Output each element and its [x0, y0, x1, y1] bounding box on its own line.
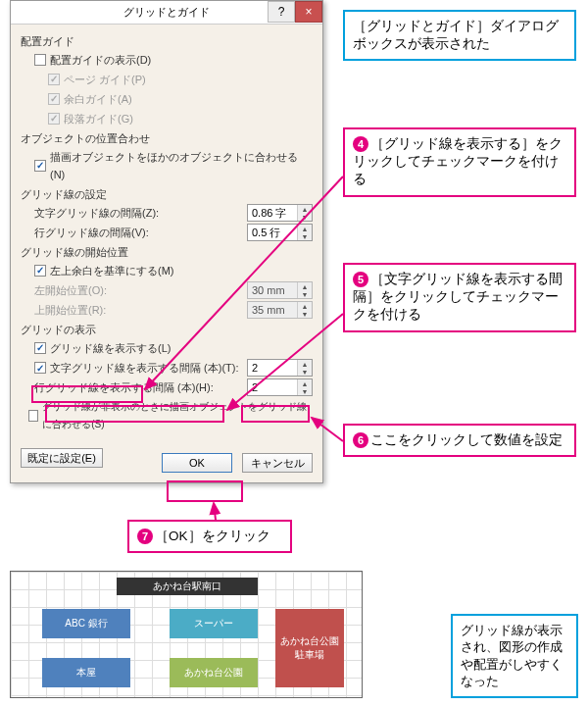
line-grid-show-up[interactable]: ▲ — [298, 379, 312, 387]
line-grid-spacing-down[interactable]: ▼ — [298, 232, 312, 240]
line-grid-show-label: 行グリッド線を表示する間隔 (本)(H): — [34, 380, 214, 395]
show-align-guides-checkbox[interactable] — [34, 54, 46, 66]
top-start-input: ▲▼ — [247, 301, 313, 319]
show-grid-checkbox[interactable] — [34, 342, 46, 354]
highlight-ok — [167, 480, 243, 502]
char-grid-spacing-up[interactable]: ▲ — [298, 205, 312, 213]
page-guide-checkbox — [48, 74, 60, 85]
svg-line-3 — [214, 503, 216, 520]
callout-7: 7［OK］をクリック — [127, 520, 292, 553]
section-align-guides: 配置ガイド — [21, 34, 313, 49]
char-grid-show-label: 文字グリッド線を表示する間隔 (本)(T): — [50, 361, 238, 376]
section-grid-start: グリッド線の開始位置 — [21, 245, 313, 260]
left-start-label: 左開始位置(O): — [34, 283, 107, 298]
char-grid-spacing-down[interactable]: ▼ — [298, 213, 312, 221]
shape-park: あかね台公園 — [170, 658, 258, 687]
step-4-num: 4 — [353, 136, 368, 152]
char-grid-show-down[interactable]: ▼ — [298, 368, 312, 376]
step-7-num: 7 — [137, 529, 153, 544]
dialog-title: グリッドとガイド — [123, 5, 210, 20]
line-grid-show-down[interactable]: ▼ — [298, 387, 312, 395]
snap-hidden-label: グリッド線が非表示のときに描画オブジェクトをグリッド線に合わせる(S) — [42, 398, 313, 433]
set-default-button[interactable]: 既定に設定(E) — [21, 448, 103, 468]
page-canvas-preview: あかね台駅南口 ABC 銀行 スーパー 本屋 あかね台公園 あかね台公園駐車場 — [10, 571, 363, 698]
line-grid-spacing-label: 行グリッド線の間隔(V): — [34, 226, 149, 240]
use-margin-label: 左上余白を基準にする(M) — [50, 262, 174, 279]
top-start-label: 上開始位置(R): — [34, 303, 106, 318]
char-grid-show-input[interactable]: ▲▼ — [247, 359, 313, 377]
paragraph-guide-label: 段落ガイド(G) — [64, 110, 133, 127]
callout-grid-shown: グリッド線が表示され、図形の作成や配置がしやすくなった — [451, 614, 578, 698]
char-grid-spacing-label: 文字グリッド線の間隔(Z): — [34, 206, 159, 221]
snap-others-label: 描画オブジェクトをほかのオブジェクトに合わせる(N) — [50, 148, 313, 183]
step-5-num: 5 — [353, 272, 368, 287]
show-grid-label: グリッド線を表示する(L) — [50, 339, 171, 357]
paragraph-guide-checkbox — [48, 113, 60, 125]
shape-station: あかね台駅南口 — [117, 578, 258, 595]
char-grid-spacing-input[interactable]: ▲▼ — [247, 204, 313, 222]
top-start-down: ▼ — [298, 310, 312, 318]
line-grid-spacing-up[interactable]: ▲ — [298, 225, 312, 232]
show-align-guides-label: 配置ガイドの表示(D) — [50, 51, 151, 69]
callout-4-text: ［グリッド線を表示する］をクリックしてチェックマークを付ける — [353, 136, 563, 186]
snap-hidden-checkbox[interactable] — [28, 410, 38, 422]
shape-abc-bank: ABC 銀行 — [42, 609, 130, 638]
section-grid-settings: グリッド線の設定 — [21, 187, 313, 202]
page-guide-label: ページ ガイド(P) — [64, 71, 146, 88]
ok-button[interactable]: OK — [162, 453, 232, 473]
margin-guide-label: 余白ガイド(A) — [64, 90, 132, 108]
char-grid-show-checkbox[interactable] — [34, 362, 46, 374]
line-grid-spacing-input[interactable]: ▲▼ — [247, 224, 313, 241]
top-start-up: ▲ — [298, 302, 312, 310]
left-start-up: ▲ — [298, 282, 312, 290]
left-start-down: ▼ — [298, 290, 312, 298]
dialog-titlebar: グリッドとガイド ? × — [11, 1, 322, 25]
shape-super: スーパー — [170, 609, 258, 638]
cancel-button[interactable]: キャンセル — [242, 453, 313, 473]
left-start-input: ▲▼ — [247, 281, 313, 299]
use-margin-checkbox[interactable] — [34, 265, 46, 277]
margin-guide-checkbox — [48, 93, 60, 105]
callout-dialog-shown: ［グリッドとガイド］ダイアログボックスが表示された — [343, 10, 576, 61]
close-button[interactable]: × — [295, 1, 322, 23]
callout-5-text: ［文字グリッド線を表示する間隔］をクリックしてチェックマークを付ける — [353, 272, 563, 322]
section-object-align: オブジェクトの位置合わせ — [21, 131, 313, 146]
shape-parking: あかね台公園駐車場 — [275, 609, 344, 687]
snap-others-checkbox[interactable] — [34, 160, 46, 172]
step-6-num: 6 — [353, 432, 368, 448]
grid-guide-dialog: グリッドとガイド ? × 配置ガイド 配置ガイドの表示(D) ページ ガイド(P… — [10, 0, 323, 483]
section-grid-show: グリッドの表示 — [21, 323, 313, 337]
line-grid-show-input[interactable]: ▲▼ — [247, 378, 313, 396]
help-button[interactable]: ? — [268, 1, 295, 23]
callout-6: 6ここをクリックして数値を設定 — [343, 424, 576, 457]
callout-4: 4［グリッド線を表示する］をクリックしてチェックマークを付ける — [343, 127, 576, 197]
shape-bookstore: 本屋 — [42, 658, 130, 687]
char-grid-show-up[interactable]: ▲ — [298, 360, 312, 368]
callout-7-text: ［OK］をクリック — [155, 529, 270, 543]
callout-6-text: ここをクリックして数値を設定 — [370, 432, 563, 447]
callout-5: 5［文字グリッド線を表示する間隔］をクリックしてチェックマークを付ける — [343, 263, 576, 332]
